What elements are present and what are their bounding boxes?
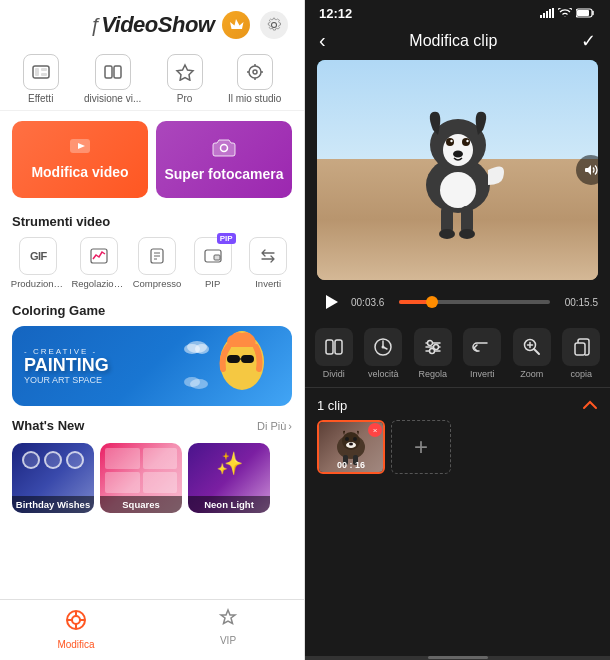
inverti-r-label: Inverti bbox=[470, 369, 495, 379]
nav-effetti[interactable]: Effetti bbox=[23, 54, 59, 104]
coloring-banner[interactable]: - CREATIVE - PAINTING YOUR ART SPACE bbox=[12, 326, 292, 406]
art-space-text: YOUR ART SPACE bbox=[24, 375, 109, 385]
tool-compresso[interactable]: Compresso bbox=[132, 237, 182, 289]
tool-copia[interactable]: copia bbox=[560, 328, 602, 379]
dog-image bbox=[393, 70, 523, 250]
whats-new-squares[interactable]: Squares bbox=[100, 443, 182, 513]
crown-button[interactable] bbox=[222, 11, 250, 39]
clip-duration: 00 : 16 bbox=[319, 460, 383, 470]
creative-text: - CREATIVE - bbox=[24, 347, 109, 356]
svg-point-70 bbox=[429, 349, 434, 354]
signal-icon bbox=[540, 8, 554, 20]
inverti-r-icon bbox=[463, 328, 501, 366]
neon-label: Neon Light bbox=[188, 496, 270, 513]
modifica-tab-icon bbox=[64, 608, 88, 637]
nav-studio[interactable]: Il mio studio bbox=[228, 54, 281, 104]
timeline-area: 00:03.6 00:15.5 bbox=[305, 280, 610, 320]
svg-rect-75 bbox=[575, 343, 585, 355]
studio-label: Il mio studio bbox=[228, 93, 281, 104]
bottom-tab-bar: Modifica VIP bbox=[0, 599, 304, 660]
svg-line-72 bbox=[534, 349, 539, 354]
tool-pip[interactable]: PIP PIP bbox=[188, 237, 238, 289]
dividi-icon bbox=[315, 328, 353, 366]
birthday-circles bbox=[12, 451, 94, 469]
volume-button[interactable] bbox=[576, 155, 598, 185]
home-indicator-bar bbox=[305, 656, 610, 660]
di-piu-button[interactable]: Di Più › bbox=[257, 420, 292, 432]
whats-new-neon[interactable]: ✨ Neon Light bbox=[188, 443, 270, 513]
clip-strip: × 00 : 16 + bbox=[305, 420, 610, 484]
tool-inverti[interactable]: Inverti bbox=[461, 328, 503, 379]
clip-thumbnail[interactable]: × 00 : 16 bbox=[317, 420, 385, 474]
tab-modifica[interactable]: Modifica bbox=[0, 600, 152, 660]
effetti-icon bbox=[23, 54, 59, 90]
nav-pro[interactable]: Pro bbox=[167, 54, 203, 104]
tool-produzione[interactable]: GIF Produzione... bbox=[11, 237, 66, 289]
svg-point-56 bbox=[439, 229, 455, 239]
svg-rect-4 bbox=[105, 66, 112, 78]
dog-scene bbox=[317, 60, 598, 280]
vip-tab-icon bbox=[216, 608, 240, 633]
tool-inverti[interactable]: Inverti bbox=[243, 237, 293, 289]
svg-point-29 bbox=[195, 344, 209, 354]
svg-rect-60 bbox=[335, 340, 342, 354]
svg-marker-58 bbox=[326, 295, 338, 309]
svg-point-48 bbox=[443, 134, 473, 166]
svg-rect-59 bbox=[326, 340, 333, 354]
nav-divisione[interactable]: divisione vi... bbox=[84, 54, 141, 104]
svg-rect-42 bbox=[552, 8, 554, 18]
super-label: Super fotocamera bbox=[164, 166, 283, 182]
wifi-icon bbox=[558, 8, 572, 20]
back-button[interactable]: ‹ bbox=[319, 29, 326, 52]
tool-regolazione[interactable]: Regolazione... bbox=[71, 237, 126, 289]
svg-point-79 bbox=[353, 437, 357, 441]
action-buttons-group: Modifica video Super fotocamera bbox=[0, 111, 304, 208]
progress-bar[interactable] bbox=[399, 300, 550, 304]
compresso-icon bbox=[138, 237, 176, 275]
regolazione-icon bbox=[80, 237, 118, 275]
svg-point-33 bbox=[72, 616, 80, 624]
compresso-label: Compresso bbox=[133, 278, 182, 289]
super-fotocamera-button[interactable]: Super fotocamera bbox=[156, 121, 292, 198]
tool-regola[interactable]: Regola bbox=[412, 328, 454, 379]
edit-tools-bar: Dividi velocità bbox=[305, 320, 610, 388]
tab-vip[interactable]: VIP bbox=[152, 600, 304, 660]
inverti-icon bbox=[249, 237, 287, 275]
whats-new-birthday[interactable]: Birthday Wishes bbox=[12, 443, 94, 513]
confirm-button[interactable]: ✓ bbox=[581, 30, 596, 52]
clip-collapse-button[interactable] bbox=[582, 396, 598, 414]
whats-new-title: What's New bbox=[12, 418, 84, 433]
pro-icon bbox=[167, 54, 203, 90]
tool-dividi[interactable]: Dividi bbox=[313, 328, 355, 379]
svg-rect-38 bbox=[540, 15, 542, 18]
logo-area: ƒVideoShow bbox=[0, 0, 304, 46]
tool-zoom[interactable]: Zoom bbox=[511, 328, 553, 379]
squares-label: Squares bbox=[100, 496, 182, 513]
add-icon: + bbox=[414, 433, 428, 461]
play-button[interactable] bbox=[317, 288, 345, 316]
right-panel: 12:12 bbox=[305, 0, 610, 660]
svg-rect-21 bbox=[214, 255, 220, 260]
clip-close-button[interactable]: × bbox=[368, 423, 382, 437]
status-time: 12:12 bbox=[319, 6, 352, 21]
svg-rect-25 bbox=[241, 355, 254, 363]
coloring-game-title: Coloring Game bbox=[0, 297, 304, 322]
copia-icon bbox=[562, 328, 600, 366]
add-clip-button[interactable]: + bbox=[391, 420, 451, 474]
strumenti-title: Strumenti video bbox=[0, 208, 304, 233]
svg-rect-1 bbox=[35, 68, 39, 76]
tool-velocita[interactable]: velocità bbox=[362, 328, 404, 379]
regolazione-label: Regolazione... bbox=[71, 278, 126, 289]
settings-button[interactable] bbox=[260, 11, 288, 39]
progress-thumb[interactable] bbox=[426, 296, 438, 308]
svg-rect-41 bbox=[549, 9, 551, 18]
modifica-icon bbox=[69, 137, 91, 160]
coloring-decoration bbox=[172, 326, 282, 406]
camera-icon bbox=[212, 137, 236, 162]
top-navigation: Effetti divisione vi... Pro bbox=[0, 46, 304, 111]
effetti-label: Effetti bbox=[28, 93, 53, 104]
modifica-video-button[interactable]: Modifica video bbox=[12, 121, 148, 198]
time-total: 00:15.5 bbox=[556, 297, 598, 308]
home-indicator bbox=[428, 656, 488, 659]
svg-rect-39 bbox=[543, 13, 545, 18]
